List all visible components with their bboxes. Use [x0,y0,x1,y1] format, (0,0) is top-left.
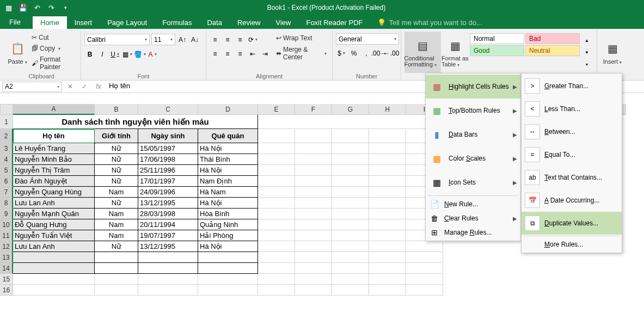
merge-center-button[interactable]: ⬌Merge & Center [274,45,329,62]
increase-decimal-button[interactable]: .00→ [373,48,384,59]
cell[interactable]: Quê quán [198,129,258,143]
cell[interactable]: Nguyễn Minh Bảo [13,154,95,165]
menu-clear-rules[interactable]: 🗑Clear Rules▶ [426,211,520,225]
cell[interactable] [95,285,138,296]
cell[interactable]: Đỗ Quang Hưng [13,219,95,230]
cell[interactable] [369,176,406,187]
row-header[interactable]: 6 [0,176,13,187]
cell[interactable]: 17/01/1997 [138,176,198,187]
align-top-button[interactable]: ≡ [210,34,220,45]
decrease-indent-button[interactable]: ⇤ [247,48,258,59]
cell[interactable]: 20/11/1994 [138,219,198,230]
cell[interactable]: Nguyễn Mạnh Quân [13,209,95,219]
conditional-formatting-button[interactable]: ▤ Conditional Formatting [404,32,441,73]
increase-font-button[interactable]: A↑ [177,34,188,45]
style-normal[interactable]: Normal [470,33,524,44]
cell[interactable] [198,285,258,296]
cell[interactable] [369,241,406,252]
column-header[interactable]: F [295,104,332,115]
format-painter-button[interactable]: 🖌Format Painter [29,54,77,72]
redo-icon[interactable]: ↷ [46,2,57,13]
cell[interactable] [138,252,198,263]
cell[interactable] [332,263,369,274]
align-left-button[interactable]: ≡ [210,48,220,59]
cell[interactable]: Giới tính [95,129,138,143]
cell[interactable]: Hà Nội [198,143,258,154]
column-header[interactable]: H [369,104,406,115]
tab-insert[interactable]: Insert [67,16,100,29]
align-bottom-button[interactable]: ≡ [235,34,246,45]
cell[interactable]: Đào Ánh Nguyệt [13,176,95,187]
menu-new-rule[interactable]: 📄New Rule... [426,197,520,211]
cell[interactable] [138,285,198,296]
cell[interactable] [13,274,95,285]
row-header[interactable]: 5 [0,165,13,176]
row-header[interactable]: 11 [0,230,13,241]
cell[interactable]: Hòa Bình [198,209,258,219]
cell[interactable] [295,285,332,296]
cell[interactable] [295,176,332,187]
cell[interactable] [95,274,138,285]
decrease-decimal-button[interactable]: ←.00 [386,48,397,59]
menu-manage-rules[interactable]: ⊞Manage Rules... [426,225,520,240]
align-right-button[interactable]: ≡ [235,48,246,59]
tab-home[interactable]: Home [33,16,67,29]
cell[interactable]: Nữ [95,198,138,209]
cell[interactable] [369,198,406,209]
qat-customize-icon[interactable]: ▾ [60,2,71,13]
cell[interactable] [258,219,295,230]
insert-cells-button[interactable]: ▦ Insert [600,32,624,73]
column-header[interactable]: A [13,104,95,115]
cell[interactable] [369,154,406,165]
comma-button[interactable]: , [361,48,372,59]
cell[interactable]: Nam [95,230,138,241]
menu-text-contains[interactable]: abText that Contains... [522,166,622,189]
cell[interactable]: Hà Nam [198,187,258,198]
cell[interactable]: Nguyễn Tuấn Việt [13,230,95,241]
cell[interactable] [13,263,95,274]
enter-icon[interactable]: ✓ [78,83,90,90]
cell[interactable]: 15/05/1997 [138,143,198,154]
cell[interactable] [406,263,443,274]
cell[interactable] [369,219,406,230]
cell[interactable] [369,285,406,296]
copy-button[interactable]: 🗐Copy [29,44,77,53]
cell[interactable] [295,230,332,241]
cell[interactable] [406,285,443,296]
orientation-button[interactable]: ⟳ [247,34,258,45]
cell[interactable] [332,241,369,252]
menu-duplicate-values[interactable]: ⧉Duplicate Values... [522,212,622,235]
cell[interactable] [332,252,369,263]
cell[interactable] [295,252,332,263]
wrap-text-button[interactable]: ↩Wrap Text [274,33,329,43]
cell[interactable]: Lưu Lan Anh [13,198,95,209]
cell[interactable] [295,143,332,154]
cell[interactable]: Ngày sinh [138,129,198,143]
tab-view[interactable]: View [268,16,299,29]
name-box[interactable]: A2▾ [2,82,62,92]
cell[interactable] [332,129,369,143]
cell[interactable] [258,263,295,274]
cell[interactable] [258,198,295,209]
cell[interactable] [258,285,295,296]
styles-expand[interactable]: ▾ [581,59,592,70]
align-center-button[interactable]: ≡ [222,48,233,59]
cell[interactable]: Lê Huyền Trang [13,143,95,154]
style-neutral[interactable]: Neutral [525,45,580,56]
menu-date-occurring[interactable]: 📅A Date Occurring... [522,189,622,212]
cell[interactable] [332,230,369,241]
cell[interactable] [258,143,295,154]
cell[interactable]: 28/03/1998 [138,209,198,219]
tab-page-layout[interactable]: Page Layout [100,16,155,29]
file-tab[interactable]: File [0,15,30,29]
menu-between[interactable]: ↔Between... [522,120,622,143]
cell[interactable] [332,143,369,154]
cell[interactable] [258,176,295,187]
styles-scroll-up[interactable]: ▲ [581,35,592,46]
row-header[interactable]: 4 [0,154,13,165]
cell[interactable]: Danh sách tình nguyện viên hiến máu [13,115,258,129]
column-header[interactable]: D [198,104,258,115]
row-header[interactable]: 2 [0,129,13,143]
cell[interactable] [295,219,332,230]
font-name-combo[interactable]: Calibri▾ [84,34,150,45]
